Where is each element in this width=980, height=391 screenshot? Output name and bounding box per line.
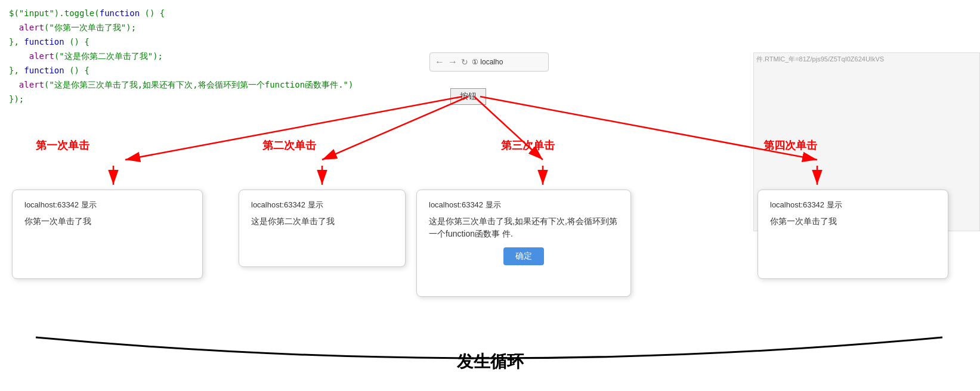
dialog-third-message: 这是你第三次单击了我,如果还有下次,将会循环到第一个function函数事 件. (429, 215, 619, 240)
code-line-5: }, function () { (9, 63, 397, 77)
dialog-second-title: localhost:63342 显示 (251, 200, 393, 210)
dialog-second: localhost:63342 显示 这是你第二次单击了我 (239, 190, 406, 267)
click-label-second: 第二次单击 (262, 138, 316, 153)
code-line-6: alert("这是你第三次单击了我,如果还有下次,将会循环到第一个functio… (9, 77, 397, 92)
code-block: $("input").toggle(function () { alert("你… (0, 0, 406, 112)
browser-bg-text: 件.RTMlC_年=81Z/pjs95/Z5TqI0Z624UIkVS (754, 53, 886, 65)
code-line-1: $("input").toggle(function () { (9, 6, 397, 20)
dialog-second-message: 这是你第二次单击了我 (251, 215, 393, 228)
dialog-first-title: localhost:63342 显示 (24, 200, 190, 210)
url-bar[interactable]: ① localho (472, 58, 503, 66)
code-line-3: }, function () { (9, 35, 397, 49)
click-label-third: 第三次单击 (501, 138, 555, 153)
click-label-fourth: 第四次单击 (763, 138, 817, 153)
code-line-2: alert("你第一次单击了我"); (9, 20, 397, 35)
dialog-fourth: localhost:63342 显示 你第一次单击了我 (758, 190, 948, 279)
dialog-first-message: 你第一次单击了我 (24, 215, 190, 228)
cycle-label: 发生循环 (0, 350, 980, 373)
dialog-fourth-message: 你第一次单击了我 (770, 215, 936, 228)
dialog-first: localhost:63342 显示 你第一次单击了我 (12, 190, 203, 279)
click-label-first: 第一次单击 (36, 138, 89, 153)
dialog-third: localhost:63342 显示 这是你第三次单击了我,如果还有下次,将会循… (416, 190, 631, 297)
browser-chrome: ← → ↻ ① localho (429, 52, 549, 72)
code-line-4: alert("这是你第二次单击了我"); (9, 49, 397, 63)
page-button[interactable]: 按钮 (450, 88, 486, 105)
dialog-fourth-title: localhost:63342 显示 (770, 200, 936, 210)
dialog-third-title: localhost:63342 显示 (429, 200, 619, 210)
refresh-button[interactable]: ↻ (461, 57, 468, 67)
dialog-third-ok-button[interactable]: 确定 (503, 247, 544, 265)
code-line-7: }); (9, 92, 397, 106)
forward-button[interactable]: → (448, 57, 457, 67)
page-button-label: 按钮 (460, 91, 477, 102)
back-button[interactable]: ← (435, 57, 444, 67)
